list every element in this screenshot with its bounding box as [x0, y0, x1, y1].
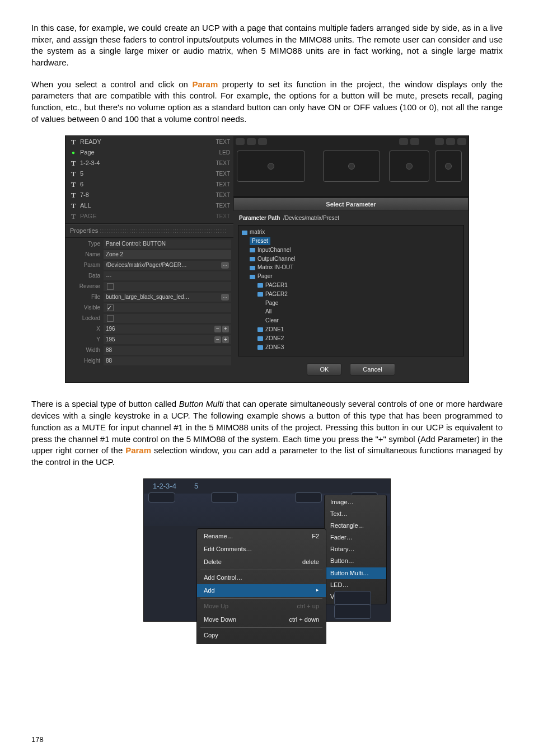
text-icon: T	[69, 180, 78, 190]
minus-button[interactable]: −	[214, 336, 221, 343]
plus-button[interactable]: +	[222, 336, 229, 343]
prop-value-height[interactable]: 88	[104, 356, 231, 365]
list-item[interactable]: T5TEXT	[65, 169, 233, 180]
list-item[interactable]: TREADYTEXT	[65, 137, 233, 148]
page-tabs: 1-2-3-4 5	[144, 479, 390, 494]
tree-label[interactable]: Page	[265, 300, 278, 306]
ok-button[interactable]: OK	[307, 363, 341, 375]
plus-button[interactable]: +	[222, 326, 229, 332]
prop-value-y[interactable]: 195−+	[104, 335, 231, 344]
item-type: TEXT	[216, 181, 230, 189]
ellipsis-button[interactable]: …	[221, 262, 229, 269]
prop-value-reverse[interactable]	[104, 282, 231, 291]
item-label: READY	[78, 138, 216, 146]
tree-label[interactable]: All	[265, 308, 271, 314]
list-item[interactable]: TPAGETEXT	[65, 212, 233, 222]
dialog-title: Select Parameter	[233, 198, 469, 211]
cancel-button[interactable]: Cancel	[350, 363, 395, 375]
prop-value-param[interactable]: /Devices/matrix/Pager/PAGER……	[104, 261, 231, 270]
menu-item-delete[interactable]: Deletedelete	[197, 556, 326, 569]
preview-panel	[233, 136, 469, 197]
tree-label[interactable]: Matrix IN-OUT	[257, 264, 293, 270]
prop-value-name[interactable]: Zone 2	[104, 250, 231, 259]
item-list: TREADYTEXT ●PageLED T1-2-3-4TEXT T5TEXT …	[65, 136, 233, 224]
item-type: TEXT	[216, 170, 230, 178]
tree-node-icon	[257, 345, 263, 350]
tab-5[interactable]: 5	[185, 479, 207, 494]
list-item[interactable]: ●PageLED	[65, 148, 233, 158]
tab-1234[interactable]: 1-2-3-4	[144, 479, 185, 494]
list-item[interactable]: T1-2-3-4TEXT	[65, 158, 233, 169]
prop-value-locked[interactable]	[104, 314, 231, 323]
tree-label[interactable]: matrix	[250, 229, 265, 235]
led-dot-icon	[406, 163, 413, 170]
item-type: TEXT	[216, 191, 230, 199]
menu-item-rename[interactable]: Rename…F2	[197, 530, 326, 543]
menu-item-paste: Paste	[197, 642, 326, 644]
prop-key: X	[68, 325, 104, 333]
accel: ctrl + up	[297, 602, 319, 611]
tree-label[interactable]: ZONE1	[265, 326, 284, 332]
item-label: 5	[78, 170, 216, 178]
parameter-tree[interactable]: matrix Preset InputChannel OutputChannel…	[238, 225, 464, 356]
led-dot-icon	[268, 163, 274, 170]
tree-node-icon	[250, 266, 255, 270]
submenu-item-image[interactable]: Image…	[325, 496, 386, 508]
parameter-path-value: /Devices/matrix/Preset	[283, 215, 339, 221]
submenu-item-rectangle[interactable]: Rectangle…	[325, 520, 386, 532]
tree-label[interactable]: Pager	[257, 273, 273, 279]
minus-button[interactable]: −	[214, 326, 221, 332]
prop-value-data[interactable]: ---	[104, 271, 231, 280]
list-item[interactable]: TALLTEXT	[65, 201, 233, 212]
tree-label[interactable]: PAGER2	[265, 291, 288, 297]
checkbox-icon[interactable]	[107, 304, 114, 311]
tree-label[interactable]: ZONE3	[265, 344, 284, 350]
list-item[interactable]: T7-8TEXT	[65, 190, 233, 201]
checkbox-icon[interactable]	[107, 283, 114, 290]
button-multi-term: Button Multi	[179, 399, 224, 408]
properties-grid: TypePanel Control: BUTTON NameZone 2 Par…	[65, 238, 233, 373]
item-type: TEXT	[216, 202, 230, 210]
tree-label[interactable]: InputChannel	[257, 247, 291, 253]
select-parameter-dialog: Select Parameter Parameter Path /Devices…	[233, 197, 469, 383]
canvas-area: Image… Text… Rectangle… Fader… Rotary… B…	[144, 494, 390, 526]
ellipsis-button[interactable]: …	[221, 294, 229, 300]
menu-item-move-down[interactable]: Move Downctrl + down	[197, 613, 326, 626]
tree-selected[interactable]: Preset	[250, 237, 270, 245]
menu-item-edit-comments[interactable]: Edit Comments…	[197, 543, 326, 556]
submenu-item-rotary[interactable]: Rotary…	[325, 543, 386, 555]
item-label: Page	[78, 148, 219, 157]
paragraph-2: When you select a control and click on P…	[31, 79, 503, 125]
submenu-item-fader[interactable]: Fader…	[325, 532, 386, 543]
prop-key: Y	[68, 336, 104, 344]
led-dot-icon	[445, 163, 452, 170]
tree-label[interactable]: ZONE2	[265, 335, 284, 341]
menu-item-add[interactable]: Add▸	[197, 584, 326, 597]
menu-separator	[200, 598, 322, 599]
tree-label[interactable]: PAGER1	[265, 282, 288, 288]
tree-label[interactable]: Clear	[265, 317, 279, 323]
list-item[interactable]: T6TEXT	[65, 180, 233, 190]
submenu-item-button-multi[interactable]: Button Multi…	[325, 567, 386, 579]
menu-item-copy[interactable]: Copy	[197, 629, 326, 642]
submenu-item-text[interactable]: Text…	[325, 508, 386, 520]
tree-node-icon	[257, 292, 263, 297]
prop-value-x[interactable]: 196−+	[104, 325, 231, 334]
menu-item-add-control[interactable]: Add Control…	[197, 571, 326, 584]
item-type: TEXT	[216, 213, 230, 220]
screenshot-context-menu: 1-2-3-4 5 Image… Text… Rectangle… Fader……	[143, 478, 391, 622]
submenu-item-led[interactable]: LED…	[325, 579, 386, 591]
text-icon: T	[69, 137, 78, 147]
prop-value-width[interactable]: 88	[104, 346, 231, 355]
menu-separator	[200, 627, 322, 628]
checkbox-icon[interactable]	[107, 315, 114, 322]
paragraph-3: There is a special type of button called…	[31, 398, 503, 468]
prop-value-file[interactable]: button_large_black_square_led……	[104, 293, 231, 302]
item-type: TEXT	[216, 138, 230, 146]
prop-value-visible[interactable]	[104, 303, 231, 312]
tree-label[interactable]: OutputChannel	[257, 256, 295, 262]
item-label: 7-8	[78, 191, 216, 199]
prop-key: Visible	[68, 304, 104, 312]
submenu-item-button[interactable]: Button…	[325, 555, 386, 567]
text-icon: T	[69, 190, 78, 200]
